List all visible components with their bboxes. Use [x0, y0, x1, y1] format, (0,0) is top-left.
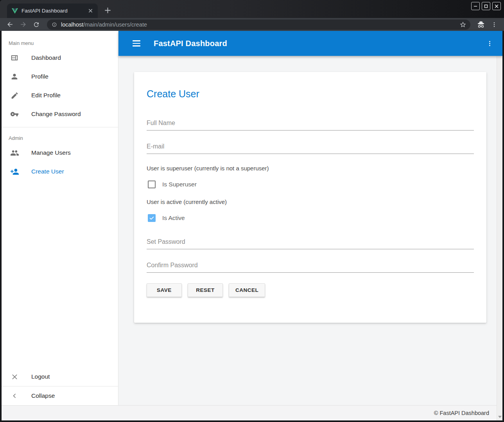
- sidebar-item-edit-profile[interactable]: Edit Profile: [2, 86, 118, 105]
- active-checkbox[interactable]: [148, 214, 156, 222]
- incognito-icon: [476, 20, 486, 30]
- sidebar-item-label: Create User: [31, 168, 64, 175]
- person-add-icon: [10, 167, 19, 176]
- active-checkbox-row[interactable]: Is Active: [147, 214, 474, 222]
- full-name-input[interactable]: [147, 119, 474, 131]
- window-minimize-button[interactable]: [471, 2, 480, 10]
- tab-close-icon[interactable]: [87, 7, 94, 14]
- window-maximize-button[interactable]: [482, 2, 490, 10]
- superuser-hint: User is superuser (currently is not a su…: [147, 165, 474, 172]
- sidebar-item-create-user[interactable]: Create User: [2, 162, 118, 181]
- reset-button[interactable]: RESET: [188, 283, 223, 297]
- sidebar-item-logout[interactable]: Logout: [2, 367, 118, 386]
- sidebar-section-admin: Admin: [2, 127, 118, 143]
- confirm-password-input[interactable]: [147, 261, 474, 273]
- window-close-button[interactable]: [492, 2, 501, 10]
- group-icon: [10, 148, 19, 157]
- sidebar-item-label: Logout: [31, 373, 50, 380]
- create-user-card: Create User User is superuser (currently…: [134, 72, 486, 323]
- url-text: localhost/main/admin/users/create: [61, 21, 147, 28]
- email-input[interactable]: [147, 142, 474, 154]
- chevron-left-icon: [10, 391, 19, 401]
- active-hint: User is active (currently active): [147, 198, 474, 205]
- sidebar-item-profile[interactable]: Profile: [2, 67, 118, 86]
- cancel-button[interactable]: CANCEL: [229, 283, 265, 297]
- superuser-checkbox-label: Is Superuser: [162, 181, 197, 188]
- menu-hamburger-icon[interactable]: [133, 39, 142, 48]
- address-bar[interactable]: localhost/main/admin/users/create: [47, 20, 470, 30]
- sidebar-item-label: Profile: [31, 73, 48, 80]
- sidebar-item-label: Dashboard: [31, 54, 61, 61]
- url-path: /main/admin/users/create: [83, 21, 147, 28]
- page-title: Create User: [147, 88, 474, 99]
- browser-tab[interactable]: FastAPI Dashboard: [7, 4, 98, 18]
- superuser-checkbox-row[interactable]: Is Superuser: [147, 181, 474, 188]
- page-footer: © FastAPI Dashboard: [2, 405, 502, 420]
- set-password-field-wrap: [147, 238, 474, 249]
- sidebar-item-change-password[interactable]: Change Password: [2, 105, 118, 123]
- forward-icon[interactable]: [18, 20, 28, 30]
- confirm-password-field-wrap: [147, 261, 474, 273]
- sidebar-item-manage-users[interactable]: Manage Users: [2, 143, 118, 162]
- email-field-wrap: [147, 142, 474, 154]
- sidebar-item-collapse[interactable]: Collapse: [2, 386, 118, 405]
- sidebar-spacer: [2, 181, 118, 367]
- active-checkbox-label: Is Active: [162, 215, 185, 222]
- form-actions: SAVE RESET CANCEL: [147, 283, 474, 297]
- sidebar: Main menu Dashboard Profile: [2, 31, 118, 405]
- sidebar-item-label: Manage Users: [31, 149, 71, 156]
- copyright-text: © FastAPI Dashboard: [434, 410, 489, 416]
- browser-window: FastAPI Dashboard: [0, 0, 504, 422]
- save-button[interactable]: SAVE: [147, 283, 182, 297]
- vue-favicon-icon: [12, 8, 18, 14]
- app-menu-kebab-icon[interactable]: [484, 38, 495, 48]
- sidebar-item-dashboard[interactable]: Dashboard: [2, 48, 118, 67]
- sidebar-item-label: Change Password: [31, 111, 81, 118]
- sidebar-item-label: Edit Profile: [31, 92, 61, 99]
- new-tab-button[interactable]: [102, 5, 113, 15]
- app-header: FastAPI Dashboard: [118, 31, 502, 56]
- close-icon: [10, 372, 19, 381]
- back-icon[interactable]: [5, 20, 15, 30]
- superuser-checkbox[interactable]: [148, 181, 156, 188]
- browser-menu-icon[interactable]: [489, 20, 499, 30]
- page-scrollbar[interactable]: [497, 31, 502, 420]
- app-viewport: Main menu Dashboard Profile: [2, 31, 502, 420]
- site-info-icon[interactable]: [52, 22, 57, 27]
- sidebar-section-main-menu: Main menu: [2, 31, 118, 48]
- browser-toolbar: localhost/main/admin/users/create: [0, 18, 504, 31]
- dashboard-icon: [10, 53, 19, 63]
- key-icon: [10, 109, 19, 119]
- scroll-down-icon[interactable]: [497, 414, 502, 420]
- sidebar-item-label: Collapse: [31, 392, 55, 399]
- bookmark-star-icon[interactable]: [459, 21, 466, 28]
- window-controls: [471, 2, 501, 10]
- browser-tab-strip: FastAPI Dashboard: [0, 0, 504, 18]
- pencil-icon: [10, 91, 19, 100]
- main-area: FastAPI Dashboard Create User: [118, 31, 502, 405]
- set-password-input[interactable]: [147, 238, 474, 249]
- person-icon: [10, 72, 19, 81]
- app-title: FastAPI Dashboard: [154, 39, 227, 48]
- reload-icon[interactable]: [31, 20, 41, 30]
- tab-title: FastAPI Dashboard: [22, 8, 83, 14]
- full-name-field-wrap: [147, 119, 474, 131]
- url-host: localhost: [61, 21, 83, 28]
- page-content: Create User User is superuser (currently…: [118, 56, 502, 405]
